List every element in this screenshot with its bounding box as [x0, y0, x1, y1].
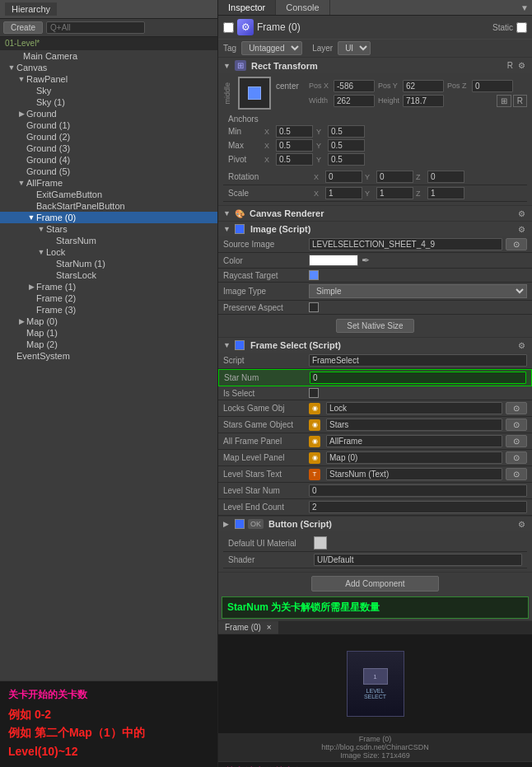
stars-go-input[interactable] [326, 419, 502, 431]
rot-z-input[interactable] [427, 171, 464, 183]
map-level-select-btn[interactable]: ⊙ [506, 451, 527, 464]
tree-item-exit[interactable]: ExitGameButton [0, 189, 217, 200]
tree-item-allframe[interactable]: AllFrame [0, 177, 217, 189]
scale-y-input[interactable] [376, 187, 413, 199]
posz-input[interactable] [472, 80, 513, 92]
add-component-btn[interactable]: Add Component [311, 576, 438, 592]
tree-item-ground1[interactable]: Ground (1) [0, 119, 217, 131]
level-end-input[interactable] [309, 501, 527, 513]
tree-item-lock[interactable]: Lock [0, 246, 217, 258]
inspector-tab[interactable]: Inspector [218, 0, 276, 15]
tree-item-canvas[interactable]: Canvas [0, 62, 217, 73]
hierarchy-search[interactable] [46, 21, 145, 34]
console-tab[interactable]: Console [276, 0, 329, 15]
tree-item-ground2[interactable]: Ground (2) [0, 131, 217, 143]
max-y-label: Y [316, 142, 326, 150]
tree-item-starnum1[interactable]: StarNum (1) [0, 258, 217, 269]
pivot-y-input[interactable] [328, 153, 365, 166]
layer-dropdown[interactable]: UI [338, 41, 371, 55]
tree-item-map1[interactable]: Map (1) [0, 327, 217, 339]
create-button[interactable]: Create [3, 21, 43, 34]
hierarchy-tab[interactable]: Hierarchy [5, 2, 57, 16]
is-select-checkbox[interactable] [309, 388, 319, 398]
rot-x-input[interactable] [325, 171, 362, 183]
min-x-input[interactable] [276, 125, 313, 138]
scale-z-input[interactable] [427, 187, 464, 199]
image-header[interactable]: Image (Script) ⚙ [218, 222, 532, 236]
stars-go-select-btn[interactable]: ⊙ [506, 419, 527, 431]
tree-item-ground3[interactable]: Ground (3) [0, 143, 217, 154]
eyedropper-icon[interactable]: ✒ [362, 255, 370, 266]
rt-settings-btn[interactable]: ⚙ [516, 61, 527, 70]
max-y-input[interactable] [328, 139, 365, 152]
max-x-input[interactable] [276, 139, 313, 152]
rt-constraint-btn[interactable]: ⊞ [497, 95, 511, 107]
preserve-checkbox[interactable] [309, 302, 319, 312]
tree-item-frame2[interactable]: Frame (2) [0, 292, 217, 304]
fs-settings[interactable]: ⚙ [516, 341, 527, 350]
shader-input[interactable] [314, 554, 522, 566]
btn-checkbox[interactable] [235, 519, 245, 529]
star-num-input[interactable] [310, 372, 526, 384]
tree-item-sky[interactable]: Sky [0, 85, 217, 96]
preview-tab[interactable]: Frame (0) × [218, 621, 278, 634]
tree-item-starsnum[interactable]: StarsNum [0, 235, 217, 246]
min-label: Min [228, 127, 261, 136]
tree-item-main-camera[interactable]: Main Camera [0, 50, 217, 62]
frame-select-header[interactable]: Frame Select (Script) ⚙ [218, 338, 532, 353]
locks-select-btn[interactable]: ⊙ [506, 402, 527, 414]
tree-item-eventsystem[interactable]: EventSystem [0, 350, 217, 362]
all-frame-input[interactable] [326, 435, 502, 447]
posy-input[interactable] [403, 80, 444, 92]
all-frame-select-btn[interactable]: ⊙ [506, 435, 527, 447]
preview-close[interactable]: × [267, 623, 272, 632]
fs-checkbox[interactable] [235, 340, 245, 350]
source-image-input[interactable] [309, 238, 502, 250]
tree-item-map0[interactable]: Map (0) [0, 316, 217, 327]
rt-square[interactable] [238, 77, 271, 110]
level-stars-input[interactable] [326, 468, 502, 480]
img-settings[interactable]: ⚙ [516, 225, 527, 234]
set-native-size-btn[interactable]: Set Native Size [336, 319, 413, 333]
tree-item-sky1[interactable]: Sky (1) [0, 96, 217, 108]
pivot-x-input[interactable] [276, 153, 313, 166]
tree-item-stars[interactable]: Stars [0, 223, 217, 235]
script-input[interactable] [309, 354, 527, 367]
tree-item-ground4[interactable]: Ground (4) [0, 154, 217, 166]
tree-item-frame0[interactable]: Frame (0) [0, 212, 217, 223]
level-stars-select-btn[interactable]: ⊙ [506, 468, 527, 480]
tree-item-ground5[interactable]: Ground (5) [0, 166, 217, 177]
tree-item-rawpanel[interactable]: RawPanel [0, 73, 217, 85]
rt-reset-btn[interactable]: R [513, 95, 527, 107]
img-checkbox[interactable] [235, 224, 245, 234]
button-header[interactable]: OK Button (Script) ⚙ [218, 517, 532, 531]
tree-item-back[interactable]: BackStartPanelButton [0, 200, 217, 212]
obj-active-checkbox[interactable] [223, 22, 234, 33]
source-image-select[interactable]: ⊙ [506, 238, 527, 250]
raycast-checkbox[interactable] [309, 270, 319, 280]
tree-item-frame1[interactable]: Frame (1) [0, 281, 217, 292]
tree-item-starslock[interactable]: StarsLock [0, 269, 217, 281]
posx-input[interactable] [334, 80, 375, 92]
hierarchy-tree[interactable]: Main Camera Canvas RawPanel Sky Sky (1) [0, 50, 217, 680]
static-checkbox[interactable] [516, 22, 527, 33]
level-star-num-input[interactable] [309, 484, 527, 497]
color-swatch[interactable] [309, 255, 358, 266]
cr-settings[interactable]: ⚙ [516, 209, 527, 218]
min-y-input[interactable] [328, 125, 365, 138]
width-input[interactable] [334, 95, 375, 107]
tree-item-ground[interactable]: Ground [0, 108, 217, 119]
scale-x-input[interactable] [325, 187, 362, 199]
height-input[interactable] [403, 95, 444, 107]
locks-input[interactable] [326, 402, 502, 414]
btn-settings[interactable]: ⚙ [516, 520, 527, 529]
rect-transform-header[interactable]: ⊞ Rect Transform R ⚙ [218, 58, 532, 73]
canvas-renderer-header[interactable]: 🎨 Canvas Renderer ⚙ [218, 206, 532, 221]
rot-y-input[interactable] [376, 171, 413, 183]
tree-item-map2[interactable]: Map (2) [0, 339, 217, 350]
arrow-allframe [16, 179, 26, 187]
map-level-input[interactable] [326, 451, 502, 464]
tree-item-frame3[interactable]: Frame (3) [0, 304, 217, 316]
image-type-dropdown[interactable]: Simple [309, 284, 527, 298]
tag-dropdown[interactable]: Untagged [241, 41, 302, 55]
